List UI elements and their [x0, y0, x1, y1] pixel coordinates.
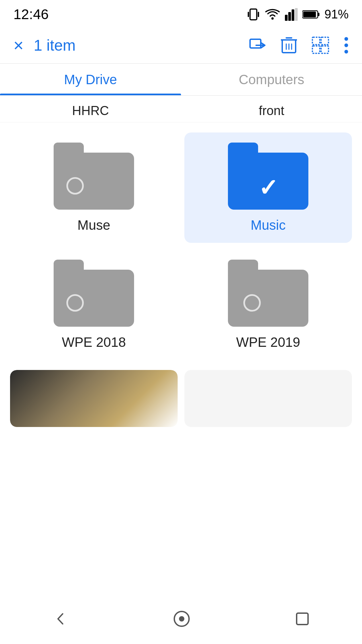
- folder-wpe2018[interactable]: WPE 2018: [10, 250, 178, 360]
- vibrate-icon: [247, 7, 260, 22]
- partial-left-label: HHRC: [72, 104, 109, 122]
- folder-muse[interactable]: Muse: [10, 132, 178, 243]
- action-bar-icons: [249, 36, 349, 55]
- signal-icon: [285, 8, 298, 21]
- tab-my-drive[interactable]: My Drive: [0, 64, 181, 95]
- folder-grid: Muse ✓ Music WPE 2018 WPE 2019: [0, 122, 362, 360]
- folder-music-label: Music: [251, 218, 286, 233]
- partial-right-item: front: [181, 96, 362, 122]
- svg-rect-4: [285, 15, 288, 21]
- close-button[interactable]: ×: [13, 35, 23, 55]
- item-count-label: 1 item: [34, 36, 249, 54]
- svg-rect-18: [312, 37, 320, 45]
- nav-bar: [0, 600, 362, 644]
- recents-icon: [295, 611, 310, 627]
- svg-rect-7: [295, 8, 298, 21]
- nav-back-button[interactable]: [52, 610, 69, 627]
- tab-computers[interactable]: Computers: [181, 64, 362, 95]
- status-bar: 12:46 91%: [0, 0, 362, 27]
- svg-rect-27: [297, 613, 308, 625]
- svg-rect-20: [312, 46, 320, 53]
- status-icons: 91%: [247, 7, 349, 22]
- partial-top-row: HHRC front: [0, 96, 362, 122]
- tabs: My Drive Computers: [0, 64, 362, 96]
- svg-point-23: [345, 43, 348, 47]
- partial-left-item: HHRC: [0, 96, 181, 122]
- nav-recents-button[interactable]: [295, 611, 310, 627]
- svg-rect-11: [250, 39, 261, 48]
- partial-bottom-left[interactable]: [10, 370, 178, 427]
- battery-icon: [302, 10, 320, 19]
- more-icon[interactable]: [344, 37, 349, 54]
- folder-wpe2019-icon: [228, 260, 308, 327]
- partial-right-label: front: [259, 104, 284, 122]
- folder-wpe2019-label: WPE 2019: [236, 335, 300, 350]
- delete-icon[interactable]: [281, 36, 297, 55]
- folder-wpe2018-icon: [54, 260, 134, 327]
- status-time: 12:46: [13, 6, 49, 22]
- folder-music-checkmark: ✓: [258, 176, 278, 200]
- svg-rect-21: [321, 46, 328, 53]
- select-all-icon[interactable]: [312, 37, 329, 54]
- svg-rect-10: [303, 12, 316, 17]
- battery-percent: 91%: [324, 7, 349, 21]
- svg-point-26: [179, 616, 184, 622]
- folder-music[interactable]: ✓ Music: [184, 132, 352, 243]
- svg-rect-5: [288, 12, 291, 21]
- partial-light-thumbnail: [184, 370, 352, 427]
- folder-muse-label: Muse: [77, 218, 110, 233]
- back-icon: [52, 610, 69, 627]
- folder-wpe2019-circle: [243, 294, 261, 312]
- folder-wpe2018-label: WPE 2018: [62, 335, 126, 350]
- partial-bottom-row: [0, 360, 362, 427]
- svg-rect-19: [321, 37, 328, 45]
- folder-music-icon: ✓: [228, 143, 308, 210]
- folder-muse-icon: [54, 143, 134, 210]
- svg-point-3: [271, 17, 274, 20]
- action-bar: × 1 item: [0, 27, 362, 64]
- svg-rect-6: [292, 9, 294, 21]
- nav-home-button[interactable]: [173, 610, 190, 628]
- svg-point-22: [345, 37, 348, 41]
- partial-bottom-right[interactable]: [184, 370, 352, 427]
- svg-rect-1: [248, 12, 249, 17]
- svg-rect-9: [318, 13, 319, 16]
- wifi-icon: [265, 8, 280, 20]
- svg-rect-0: [250, 9, 257, 20]
- svg-point-24: [345, 50, 348, 53]
- move-icon[interactable]: [249, 37, 266, 54]
- folder-wpe2019[interactable]: WPE 2019: [184, 250, 352, 360]
- partial-dark-thumbnail: [10, 370, 178, 427]
- svg-rect-2: [258, 12, 259, 17]
- home-icon: [173, 610, 190, 628]
